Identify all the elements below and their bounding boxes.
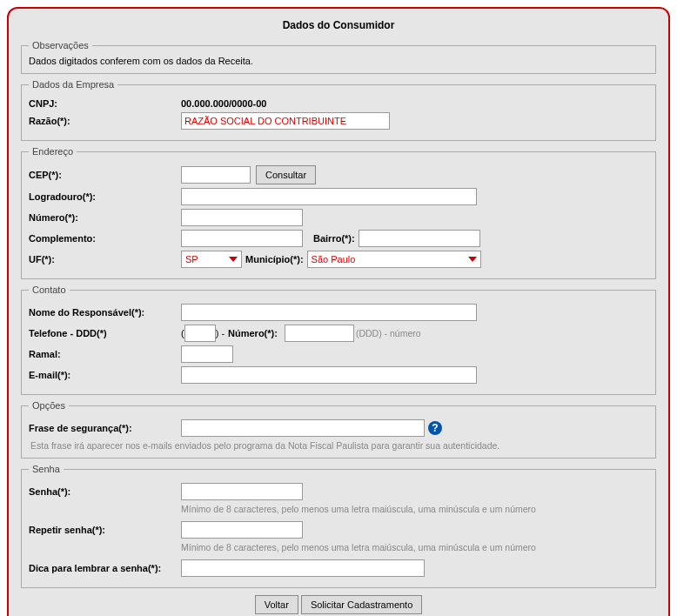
complemento-label: Complemento: xyxy=(29,233,181,244)
email-input[interactable] xyxy=(181,366,477,384)
email-label: E-mail(*): xyxy=(29,370,181,380)
help-icon[interactable]: ? xyxy=(428,421,442,435)
cnpj-label: CNPJ: xyxy=(29,98,181,109)
razao-input[interactable] xyxy=(181,112,390,130)
telefone-label: Telefone - DDD(*) xyxy=(29,328,181,338)
observacoes-text: Dados digitados conferem com os dados da… xyxy=(29,56,648,66)
legend-observacoes: Observações xyxy=(29,40,92,50)
tel-numero-label: Número(*): xyxy=(225,328,281,338)
fieldset-observacoes: Observações Dados digitados conferem com… xyxy=(21,40,656,74)
numero-label: Número(*): xyxy=(29,212,181,223)
frase-input[interactable] xyxy=(181,419,425,437)
municipio-label: Município(*): xyxy=(242,254,307,264)
legend-empresa: Dados da Empresa xyxy=(29,79,117,90)
logradouro-label: Logradouro(*): xyxy=(29,191,181,202)
repetir-label: Repetir senha(*): xyxy=(29,525,181,535)
legend-opcoes: Opções xyxy=(29,400,69,411)
dica-label: Dica para lembrar a senha(*): xyxy=(29,562,181,574)
senha-input[interactable] xyxy=(181,483,303,500)
municipio-select[interactable]: São Paulo xyxy=(307,251,481,268)
bairro-input[interactable] xyxy=(359,230,480,247)
repetir-senha-input[interactable] xyxy=(181,521,303,539)
bairro-label: Bairro(*): xyxy=(310,233,359,244)
legend-contato: Contato xyxy=(29,285,70,295)
page-title: Dados do Consumidor xyxy=(21,19,656,31)
repetir-hint: Mínimo de 8 caracteres, pelo menos uma l… xyxy=(181,542,648,552)
legend-senha: Senha xyxy=(29,464,64,474)
fieldset-opcoes: Opções Frase de segurança(*): ? Esta fra… xyxy=(21,400,656,459)
actions-bar: Voltar Solicitar Cadastramento xyxy=(21,595,656,614)
fieldset-endereco: Endereço CEP(*): Consultar Logradouro(*)… xyxy=(21,146,656,279)
fieldset-senha: Senha Senha(*): Mínimo de 8 caracteres, … xyxy=(21,464,656,588)
senha-label: Senha(*): xyxy=(29,486,181,497)
solicitar-button[interactable]: Solicitar Cadastramento xyxy=(301,595,422,614)
tel-hint: (DDD) - número xyxy=(354,328,421,338)
cep-input[interactable] xyxy=(181,166,251,184)
numero-input[interactable] xyxy=(181,209,303,226)
legend-endereco: Endereço xyxy=(29,146,77,157)
ramal-label: Ramal: xyxy=(29,349,181,359)
ddd-input[interactable] xyxy=(184,325,216,342)
cep-label: CEP(*): xyxy=(29,170,181,180)
senha-hint: Mínimo de 8 caracteres, pelo menos uma l… xyxy=(181,504,648,514)
responsavel-input[interactable] xyxy=(181,304,477,321)
responsavel-label: Nome do Responsável(*): xyxy=(29,307,181,318)
tel-numero-input[interactable] xyxy=(285,325,354,342)
dica-input[interactable] xyxy=(181,559,425,577)
razao-label: Razão(*): xyxy=(29,116,181,126)
frase-label: Frase de segurança(*): xyxy=(29,423,181,433)
voltar-button[interactable]: Voltar xyxy=(255,595,298,614)
ramal-input[interactable] xyxy=(181,345,233,363)
paren-close: ) - xyxy=(216,328,225,338)
logradouro-input[interactable] xyxy=(181,188,477,205)
frase-hint: Esta frase irá aparecer nos e-mails envi… xyxy=(29,440,648,451)
consultar-button[interactable]: Consultar xyxy=(256,165,316,184)
fieldset-empresa: Dados da Empresa CNPJ: 00.000.000/0000-0… xyxy=(21,79,656,141)
cnpj-value: 00.000.000/0000-00 xyxy=(181,98,266,109)
uf-label: UF(*): xyxy=(29,254,181,264)
fieldset-contato: Contato Nome do Responsável(*): Telefone… xyxy=(21,285,656,395)
uf-select[interactable]: SP xyxy=(181,251,242,268)
complemento-input[interactable] xyxy=(181,230,303,247)
form-container: Dados do Consumidor Observações Dados di… xyxy=(7,7,670,616)
